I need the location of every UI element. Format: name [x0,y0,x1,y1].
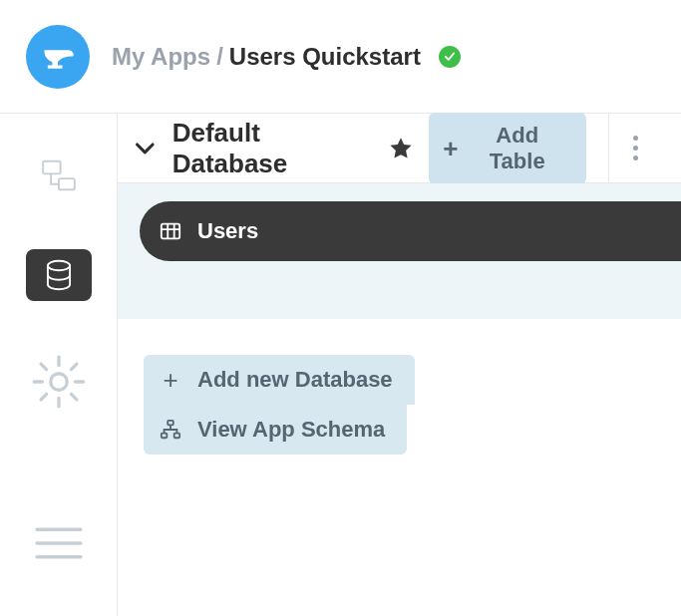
svg-rect-4 [162,224,179,239]
database-actions: + Add new Database View App Schema [118,319,681,455]
app-logo [26,25,90,89]
grid-icon [160,220,181,242]
check-icon [443,50,457,64]
svg-rect-7 [174,434,180,439]
app-header: My Apps / Users Quickstart [0,0,681,114]
svg-rect-0 [43,161,60,174]
favorite-toggle[interactable] [387,134,416,163]
svg-point-2 [47,261,69,271]
anvil-icon [40,39,76,75]
plus-icon: + [160,367,181,393]
status-badge-ok [439,46,461,68]
svg-rect-1 [59,178,75,189]
star-icon [388,136,414,161]
breadcrumb-active: Users Quickstart [229,43,421,71]
database-icon [40,256,78,294]
tree-icon [40,156,78,194]
breadcrumb-root[interactable]: My Apps [112,43,210,71]
sidebar-item-database[interactable] [26,249,92,301]
database-panel-header: Default Database + Add Table [118,114,681,183]
divider [608,114,609,183]
add-database-label: Add new Database [197,367,393,393]
svg-rect-6 [162,434,168,439]
add-table-label: Add Table [468,123,566,174]
panel-overflow-menu[interactable] [615,129,655,168]
breadcrumb-separator: / [216,43,223,71]
view-schema-button[interactable]: View App Schema [144,405,407,455]
svg-rect-5 [168,421,173,426]
collapse-toggle[interactable] [132,135,159,162]
database-title: Default Database [172,118,373,179]
chevron-down-icon [132,135,159,161]
left-sidebar [0,114,118,616]
sitemap-icon [160,419,181,441]
view-schema-label: View App Schema [197,417,385,443]
table-item-users[interactable]: Users [140,201,681,261]
tables-list: Users [118,183,681,319]
svg-point-3 [50,374,67,391]
sidebar-item-menu[interactable] [26,510,92,576]
gear-icon [26,349,92,415]
main-content: Default Database + Add Table [118,114,681,616]
add-table-button[interactable]: + Add Table [429,113,586,184]
plus-icon: + [443,136,458,161]
table-name: Users [197,218,258,244]
add-database-button[interactable]: + Add new Database [144,355,415,405]
sidebar-item-settings[interactable] [26,349,92,415]
breadcrumb: My Apps / Users Quickstart [112,43,461,71]
sidebar-item-design[interactable] [26,150,92,201]
menu-icon [26,510,92,576]
